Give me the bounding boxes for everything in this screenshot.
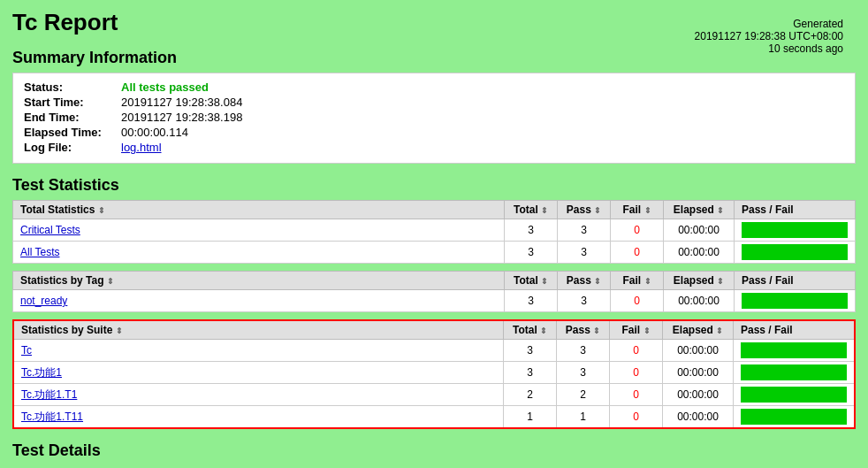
suite-stats-col-total[interactable]: Total ⇕ — [504, 320, 557, 340]
row-elapsed: 00:00:00 — [664, 219, 735, 242]
row-pass: 2 — [557, 384, 610, 406]
suite-stats-table: Statistics by Suite ⇕ Total ⇕ Pass ⇕ Fai… — [12, 319, 856, 429]
test-details-heading: Test Details — [12, 441, 856, 460]
test-statistics-heading: Test Statistics — [12, 176, 856, 195]
suite-stats-col-passfail: Pass / Fail — [734, 320, 856, 340]
total-stats-col-elapsed[interactable]: Elapsed ⇕ — [664, 201, 735, 219]
summary-box: Status: All tests passed Start Time: 201… — [12, 73, 856, 164]
row-name[interactable]: Tc.功能1.T1 — [13, 384, 504, 406]
row-passfail — [734, 406, 856, 429]
summary-value-status: All tests passed — [121, 81, 209, 94]
row-total: 2 — [504, 384, 557, 406]
row-fail: 0 — [611, 290, 664, 312]
total-stats-col-fail[interactable]: Fail ⇕ — [611, 201, 664, 219]
total-stats-col-pass[interactable]: Pass ⇕ — [558, 201, 611, 219]
suite-stats-col-fail[interactable]: Fail ⇕ — [610, 320, 663, 340]
table-row: Tc.功能1.T122000:00:00 — [13, 384, 855, 406]
summary-value-log[interactable]: log.html — [121, 141, 162, 154]
row-total: 3 — [504, 362, 557, 384]
row-elapsed: 00:00:00 — [664, 290, 735, 312]
row-elapsed: 00:00:00 — [664, 242, 735, 264]
suite-stats-col-pass[interactable]: Pass ⇕ — [557, 320, 610, 340]
row-total: 3 — [505, 290, 558, 312]
summary-row-log: Log File: log.html — [24, 141, 844, 154]
total-stats-col-passfail: Pass / Fail — [735, 201, 856, 219]
row-total: 3 — [505, 219, 558, 242]
total-stats-col-total[interactable]: Total ⇕ — [505, 201, 558, 219]
table-row: not_ready33000:00:00 — [13, 290, 856, 312]
row-passfail — [735, 219, 856, 242]
row-name[interactable]: All Tests — [13, 242, 505, 264]
summary-value-elapsed: 00:00:00.114 — [121, 126, 188, 139]
row-elapsed: 00:00:00 — [663, 384, 734, 406]
tag-stats-section-header[interactable]: Statistics by Tag ⇕ — [13, 272, 505, 290]
generated-info: Generated 20191127 19:28:38 UTC+08:00 10… — [695, 18, 843, 55]
table-row: Tc.功能1.T1111000:00:00 — [13, 406, 855, 429]
row-fail: 0 — [611, 242, 664, 264]
row-total: 3 — [505, 242, 558, 264]
pass-bar — [742, 244, 848, 260]
sort-arrow-total-section[interactable]: ⇕ — [98, 206, 105, 215]
pass-fail-bar — [741, 364, 847, 380]
tag-stats-col-pass[interactable]: Pass ⇕ — [558, 272, 611, 290]
row-pass: 1 — [557, 406, 610, 429]
pass-bar — [741, 387, 847, 403]
generated-label: Generated — [793, 18, 843, 30]
suite-stats-section-header[interactable]: Statistics by Suite ⇕ — [13, 320, 504, 340]
generated-time: 20191127 19:28:38 UTC+08:00 — [695, 30, 843, 42]
pass-fail-bar — [741, 342, 847, 358]
table-row: All Tests33000:00:00 — [13, 242, 856, 264]
sort-arrow-tag-section[interactable]: ⇕ — [107, 277, 114, 286]
summary-row-elapsed: Elapsed Time: 00:00:00.114 — [24, 126, 844, 139]
pass-fail-bar — [741, 409, 847, 425]
total-stats-section-header[interactable]: Total Statistics ⇕ — [13, 201, 505, 219]
tag-stats-col-elapsed[interactable]: Elapsed ⇕ — [664, 272, 735, 290]
row-passfail — [735, 242, 856, 264]
pass-bar — [741, 364, 847, 380]
generated-ago: 10 seconds ago — [768, 42, 843, 55]
row-elapsed: 00:00:00 — [663, 362, 734, 384]
row-name[interactable]: Tc.功能1 — [13, 362, 504, 384]
row-pass: 3 — [558, 290, 611, 312]
row-passfail — [735, 290, 856, 312]
summary-row-start: Start Time: 20191127 19:28:38.084 — [24, 96, 844, 109]
row-elapsed: 00:00:00 — [663, 340, 734, 362]
summary-row-end: End Time: 20191127 19:28:38.198 — [24, 111, 844, 124]
tag-stats-table: Statistics by Tag ⇕ Total ⇕ Pass ⇕ Fail … — [12, 271, 856, 312]
row-name[interactable]: Tc — [13, 340, 504, 362]
row-fail: 0 — [610, 340, 663, 362]
row-fail: 0 — [610, 384, 663, 406]
summary-label-elapsed: Elapsed Time: — [24, 126, 121, 139]
row-pass: 3 — [558, 219, 611, 242]
row-total: 3 — [504, 340, 557, 362]
summary-row-status: Status: All tests passed — [24, 81, 844, 94]
summary-label-start: Start Time: — [24, 96, 121, 109]
pass-bar — [741, 409, 847, 425]
pass-fail-bar — [742, 222, 848, 238]
tag-stats-col-passfail: Pass / Fail — [735, 272, 856, 290]
pass-bar — [741, 342, 847, 358]
pass-fail-bar — [742, 293, 848, 309]
table-row: Tc.功能133000:00:00 — [13, 362, 855, 384]
row-name[interactable]: Tc.功能1.T11 — [13, 406, 504, 429]
row-elapsed: 00:00:00 — [663, 406, 734, 429]
pass-bar — [742, 293, 848, 309]
row-passfail — [734, 362, 856, 384]
sort-arrow-suite-section[interactable]: ⇕ — [116, 326, 123, 335]
total-stats-table: Total Statistics ⇕ Total ⇕ Pass ⇕ Fail ⇕… — [12, 200, 856, 264]
summary-label-end: End Time: — [24, 111, 121, 124]
row-fail: 0 — [610, 362, 663, 384]
table-row: Critical Tests33000:00:00 — [13, 219, 856, 242]
row-pass: 3 — [557, 340, 610, 362]
row-fail: 0 — [610, 406, 663, 429]
table-row: Tc33000:00:00 — [13, 340, 855, 362]
summary-value-start: 20191127 19:28:38.084 — [121, 96, 242, 109]
tag-stats-col-total[interactable]: Total ⇕ — [505, 272, 558, 290]
suite-stats-col-elapsed[interactable]: Elapsed ⇕ — [663, 320, 734, 340]
summary-label-log: Log File: — [24, 141, 121, 154]
row-passfail — [734, 340, 856, 362]
row-name[interactable]: not_ready — [13, 290, 505, 312]
summary-label-status: Status: — [24, 81, 121, 94]
tag-stats-col-fail[interactable]: Fail ⇕ — [611, 272, 664, 290]
row-name[interactable]: Critical Tests — [13, 219, 505, 242]
